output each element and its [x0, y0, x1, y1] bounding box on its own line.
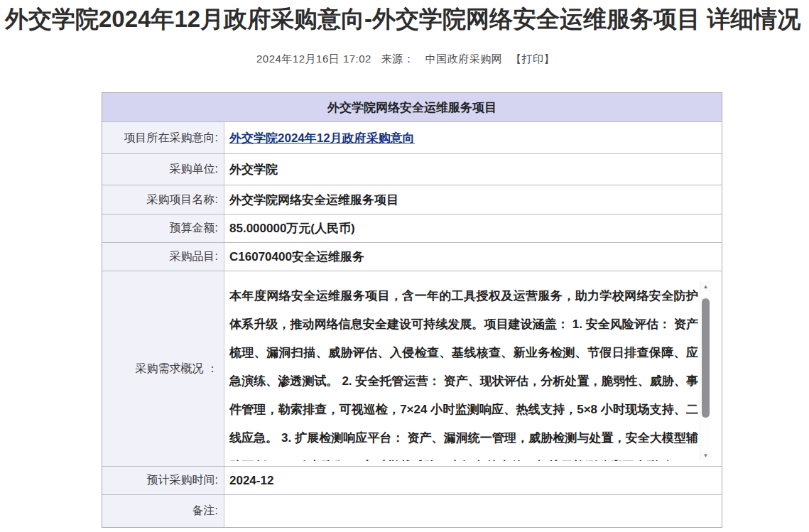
demand-summary-text: 本年度网络安全运维服务项目，含一年的工具授权及运营服务，助力学校网络安全防护体系… [229, 282, 698, 461]
row-label-category: 采购品目: [102, 243, 224, 271]
table-row-project-name: 采购项目名称: 外交学院网络安全运维服务项目 [102, 185, 722, 214]
scroll-up-icon[interactable]: ▲ [700, 281, 711, 291]
row-value-expected-time: 2024-12 [224, 467, 722, 494]
row-label-demand-summary: 采购需求概况 ： [102, 271, 224, 466]
page-title: 外交学院2024年12月政府采购意向-外交学院网络安全运维服务项目 详细情况 [5, 4, 809, 33]
scrollbar-thumb[interactable] [702, 298, 710, 418]
procurement-detail-table: 外交学院网络安全运维服务项目 项目所在采购意向: 外交学院2024年12月政府采… [102, 92, 722, 528]
source-name: 中国政府采购网 [425, 53, 503, 65]
table-row-budget: 预算金额: 85.000000万元(人民币) [102, 214, 722, 242]
print-button[interactable]: 【打印】 [511, 53, 555, 65]
row-label-purchaser: 采购单位: [102, 154, 224, 185]
meta-line: 2024年12月16日 17:02 来源： 中国政府采购网 【打印】 [0, 53, 809, 66]
publish-datetime: 2024年12月16日 17:02 [256, 53, 371, 65]
table-row-purchaser: 采购单位: 外交学院 [102, 153, 722, 185]
row-value-intent: 外交学院2024年12月政府采购意向 [224, 122, 722, 153]
demand-summary-scroll-area[interactable]: 本年度网络安全运维服务项目，含一年的工具授权及运营服务，助力学校网络安全防护体系… [229, 282, 698, 461]
table-row-expected-time: 预计采购时间: 2024-12 [102, 466, 722, 494]
row-label-expected-time: 预计采购时间: [102, 467, 224, 494]
table-row-remarks: 备注: [102, 494, 722, 527]
table-row-intent: 项目所在采购意向: 外交学院2024年12月政府采购意向 [102, 121, 722, 153]
scroll-down-icon[interactable]: ▼ [700, 450, 711, 460]
vertical-scrollbar[interactable]: ▲ ▼ [700, 281, 710, 460]
row-value-demand-summary: 本年度网络安全运维服务项目，含一年的工具授权及运营服务，助力学校网络安全防护体系… [224, 271, 722, 466]
row-label-remarks: 备注: [102, 495, 224, 527]
row-value-project-name: 外交学院网络安全运维服务项目 [224, 185, 722, 214]
table-row-category: 采购品目: C16070400安全运维服务 [102, 242, 722, 271]
row-label-budget: 预算金额: [102, 215, 224, 242]
row-label-project-name: 采购项目名称: [102, 185, 224, 214]
source-label: 来源： [381, 53, 415, 65]
intent-link[interactable]: 外交学院2024年12月政府采购意向 [229, 130, 415, 146]
row-value-purchaser: 外交学院 [224, 154, 722, 185]
row-value-remarks [224, 495, 722, 527]
row-value-budget: 85.000000万元(人民币) [224, 215, 722, 242]
table-row-demand-summary: 采购需求概况 ： 本年度网络安全运维服务项目，含一年的工具授权及运营服务，助力学… [102, 271, 722, 466]
row-value-category: C16070400安全运维服务 [224, 243, 722, 271]
row-label-intent: 项目所在采购意向: [102, 122, 224, 153]
table-title: 外交学院网络安全运维服务项目 [102, 93, 722, 121]
